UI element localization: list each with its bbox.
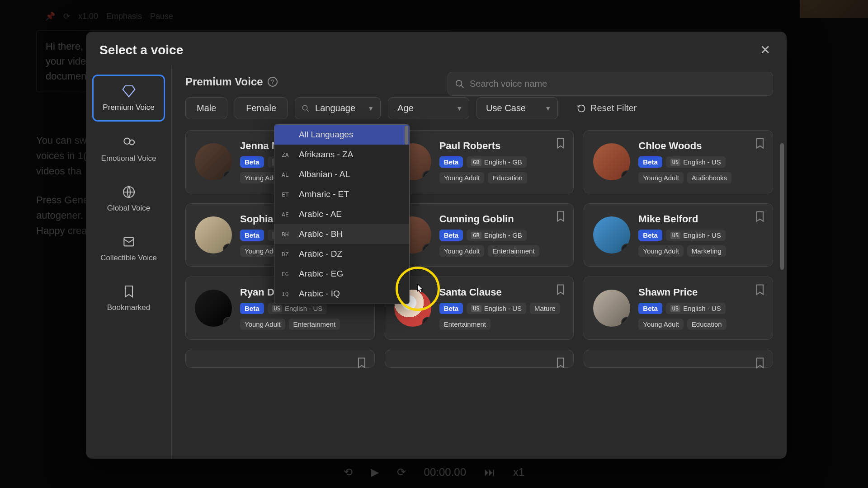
voice-card[interactable]: 🔊 Cunning Goblin Beta GBEnglish - GB You… — [385, 203, 574, 267]
sidebar-item-global-voice[interactable]: Global Voice — [92, 177, 165, 221]
info-icon[interactable]: ? — [268, 77, 278, 87]
usecase-tag: Entertainment — [488, 245, 539, 257]
language-tag: USEnglish - US — [666, 303, 726, 314]
card-icon — [122, 235, 136, 249]
sound-icon: 🔊 — [621, 170, 630, 180]
sidebar-item-label: Bookmarked — [107, 303, 150, 312]
language-dropdown[interactable]: Language ▼ — [295, 97, 381, 119]
lang-option[interactable]: AEArabic - AE — [274, 204, 409, 224]
sound-icon: 🔊 — [422, 170, 431, 180]
bookmark-button[interactable] — [554, 137, 567, 150]
chevron-down-icon: ▼ — [545, 105, 551, 112]
search-input[interactable] — [448, 72, 773, 96]
filter-row: Male Female Language ▼ Age ▼ Use Case ▼ — [185, 97, 773, 119]
voice-card[interactable]: 🔊 Mike Belford Beta USEnglish - US Young… — [584, 203, 773, 267]
voice-card-partial[interactable] — [185, 350, 375, 368]
voice-card[interactable]: 🔊 Santa Clause Beta USEnglish - US Matur… — [385, 277, 574, 340]
voice-category-sidebar: Premium Voice Emotional Voice Global Voi… — [86, 66, 172, 459]
language-tag: USEnglish - US — [666, 230, 726, 241]
female-filter-button[interactable]: Female — [235, 97, 288, 119]
sound-icon: 🔊 — [223, 317, 232, 327]
voice-name: Cunning Goblin — [439, 213, 565, 225]
globe-icon — [122, 185, 136, 199]
select-voice-modal: Select a voice ✕ Premium Voice Emotional… — [86, 32, 787, 459]
sidebar-item-collectible-voice[interactable]: Collectible Voice — [92, 226, 165, 271]
chevron-down-icon: ▼ — [456, 105, 462, 112]
beta-badge: Beta — [439, 230, 463, 241]
bookmark-button[interactable] — [754, 137, 766, 150]
age-tag: Young Adult — [439, 245, 485, 257]
usecase-tag: Entertainment — [289, 319, 340, 330]
search-icon — [302, 104, 310, 113]
reset-label: Reset Filter — [590, 103, 637, 113]
usecase-tag: Audiobooks — [687, 172, 731, 183]
close-button[interactable]: ✕ — [757, 40, 773, 60]
usecase-dropdown[interactable]: Use Case ▼ — [476, 97, 558, 119]
bookmark-button[interactable] — [554, 210, 567, 223]
voice-content: Premium Voice ? Male Female Language ▼ — [172, 66, 787, 459]
voice-avatar[interactable]: 🔊 — [195, 290, 232, 327]
dropdown-scrollbar[interactable] — [405, 126, 408, 145]
sidebar-item-bookmarked[interactable]: Bookmarked — [92, 276, 165, 320]
voice-avatar[interactable]: 🔊 — [195, 216, 232, 253]
sidebar-item-premium-voice[interactable]: Premium Voice — [92, 75, 165, 122]
beta-badge: Beta — [240, 303, 264, 314]
sound-icon: 🔊 — [422, 317, 431, 327]
svg-point-4 — [456, 80, 462, 86]
bookmark-icon — [122, 284, 136, 299]
beta-badge: Beta — [240, 230, 264, 241]
beta-badge: Beta — [638, 230, 662, 241]
bookmark-button[interactable] — [754, 283, 766, 296]
language-tag: USEnglish - US — [467, 303, 526, 314]
dropdown-label: Age — [397, 103, 414, 113]
lang-option[interactable]: BHArabic - BH — [274, 224, 409, 244]
bookmark-button[interactable] — [754, 210, 766, 223]
voice-avatar[interactable]: 🔊 — [195, 143, 232, 180]
language-tag: USEnglish - US — [268, 303, 327, 314]
reset-filter-button[interactable]: Reset Filter — [573, 98, 640, 119]
voice-grid: 🔊 Jenna Ma Beta USE Young Adult 🔊 Paul R… — [185, 130, 773, 368]
voice-card-partial[interactable] — [584, 350, 773, 368]
voice-avatar[interactable]: 🔊 — [593, 143, 630, 180]
voice-card[interactable]: 🔊 Shawn Price Beta USEnglish - US Young … — [584, 277, 773, 340]
lang-option[interactable]: DZArabic - DZ — [274, 244, 409, 264]
reset-icon — [577, 104, 586, 113]
lang-option[interactable]: ZAAfrikaans - ZA — [274, 145, 409, 164]
age-tag: Young Adult — [638, 245, 684, 257]
age-tag: Young Adult — [240, 319, 285, 330]
voice-avatar[interactable]: 🔊 — [593, 216, 630, 253]
sidebar-item-label: Premium Voice — [103, 103, 154, 112]
language-tag: GBEnglish - GB — [467, 230, 527, 241]
lang-option[interactable]: ETAmharic - ET — [274, 184, 409, 204]
sound-icon: 🔊 — [422, 244, 431, 253]
voice-card[interactable]: 🔊 Paul Roberts Beta GBEnglish - GB Young… — [385, 130, 574, 193]
voice-card[interactable]: 🔊 Chloe Woods Beta USEnglish - US Young … — [584, 130, 773, 193]
lang-option-all[interactable]: All Languages — [274, 125, 409, 145]
dropdown-label: Use Case — [486, 103, 526, 113]
bookmark-button[interactable] — [355, 357, 368, 369]
beta-badge: Beta — [638, 156, 662, 168]
male-filter-button[interactable]: Male — [185, 97, 227, 119]
usecase-tag: Marketing — [687, 245, 726, 257]
lang-option[interactable]: EGArabic - EG — [274, 264, 409, 284]
sidebar-item-label: Global Voice — [107, 204, 150, 213]
voice-card-partial[interactable] — [385, 350, 574, 368]
content-scrollbar[interactable] — [780, 143, 784, 270]
voice-name: Mike Belford — [638, 213, 764, 225]
voice-avatar[interactable]: 🔊 — [593, 290, 630, 327]
bookmark-button[interactable] — [754, 357, 766, 369]
age-dropdown[interactable]: Age ▼ — [388, 97, 469, 119]
bookmark-button[interactable] — [554, 357, 567, 369]
language-tag: GBEnglish - GB — [467, 156, 527, 168]
sidebar-item-emotional-voice[interactable]: Emotional Voice — [92, 127, 165, 171]
sidebar-item-label: Collectible Voice — [100, 253, 157, 263]
sound-icon: 🔊 — [223, 170, 232, 180]
beta-badge: Beta — [439, 156, 463, 168]
svg-point-5 — [302, 105, 307, 110]
search-wrap — [448, 72, 773, 96]
sound-icon: 🔊 — [621, 244, 630, 253]
bookmark-button[interactable] — [554, 283, 567, 296]
lang-option[interactable]: ALAlbanian - AL — [274, 164, 409, 184]
chevron-down-icon: ▼ — [368, 105, 374, 112]
lang-option[interactable]: IQArabic - IQ — [274, 284, 409, 304]
